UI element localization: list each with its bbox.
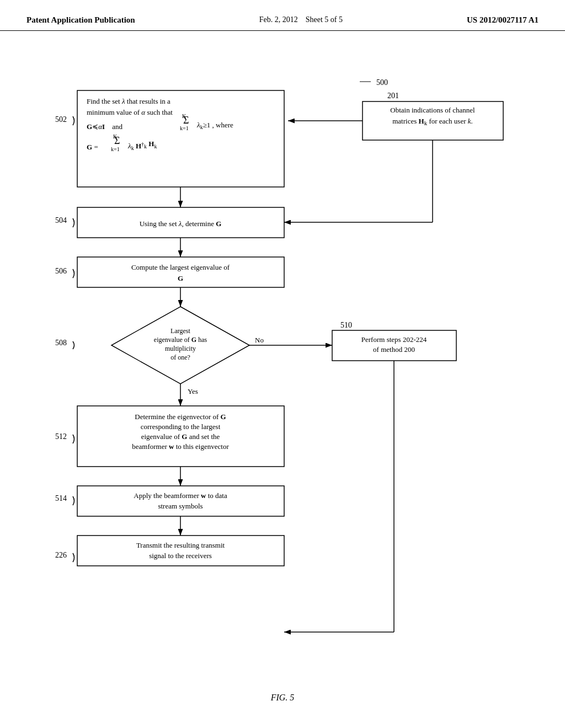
sigma1-bot: k=1 [180,125,189,131]
text-502-1: Find the set λ that results in a [87,97,170,105]
text-508-4: of one? [170,354,190,361]
text-201-line1: Obtain indications of channel [390,106,475,114]
label-508: 508 [55,339,67,347]
bracket-226 [73,553,74,562]
label-226: 226 [55,551,67,559]
label-510: 510 [340,321,352,329]
label-504: 504 [55,216,67,224]
publication-date: Feb. 2, 2012 [259,15,298,24]
page-header: Patent Application Publication Feb. 2, 2… [0,0,565,31]
box-226 [77,536,284,566]
label-502: 502 [55,115,67,124]
bracket-504 [73,218,74,227]
bracket-506 [73,269,74,278]
text-201-line2: matrices Hk for each user k. [392,117,473,126]
no-label: No [255,336,264,344]
bracket-512 [73,435,74,443]
patent-number: US 2012/0027117 A1 [467,15,539,25]
text-514-1: Apply the beamformer w to data [134,491,227,500]
text-512-3: eigenvalue of G and set the [141,432,220,441]
text-512-1: Determine the eigenvector of G [135,413,226,421]
header-center: Feb. 2, 2012 Sheet 5 of 5 [259,15,343,24]
bracket-502 [73,116,74,125]
bracket-508 [73,341,74,349]
sheet-info: Sheet 5 of 5 [306,15,343,24]
label-512: 512 [55,432,67,441]
text-510-2: of method 200 [373,345,415,354]
diagram-area: 500 201 Obtain indications of channel ma… [0,31,565,728]
text-508-1: Largest [170,327,190,335]
label-506: 506 [55,267,67,275]
text-226-2: signal to the receivers [149,552,212,560]
flowchart-svg: 500 201 Obtain indications of channel ma… [34,53,531,687]
text-514-2: stream symbols [158,502,202,510]
text-504: Using the set λ, determine G [140,220,222,228]
text-508-3: multiplicity [165,345,196,352]
text-512-4: beamformer w to this eigenvector [132,442,229,451]
label-201: 201 [387,92,399,100]
text-506-1: Compute the largest eigenvalue of [131,263,230,271]
text-512-2: corresponding to the largest [141,422,221,431]
figure-label: FIG. 5 [33,693,532,703]
text-510-1: Perform steps 202-224 [361,335,427,344]
bracket-514 [73,496,74,505]
yes-label: Yes [188,387,198,395]
box-506 [77,257,284,287]
box-514 [77,486,284,516]
label-514: 514 [55,494,67,502]
label-500: 500 [376,78,388,87]
sigma2-bot: k=1 [111,146,120,152]
text-502-2: minimum value of α such that [87,108,173,116]
text-506-2: G [178,274,183,282]
text-502-G: G = [87,143,98,151]
sigma2-top: K [113,133,118,140]
sigma1-top: K [182,113,186,119]
text-508-2: eigenvalue of G has [154,336,207,344]
text-502-formula1: G≼αI and [87,122,123,131]
publication-title: Patent Application Publication [26,15,135,25]
text-226-1: Transmit the resulting transmit [136,541,225,549]
